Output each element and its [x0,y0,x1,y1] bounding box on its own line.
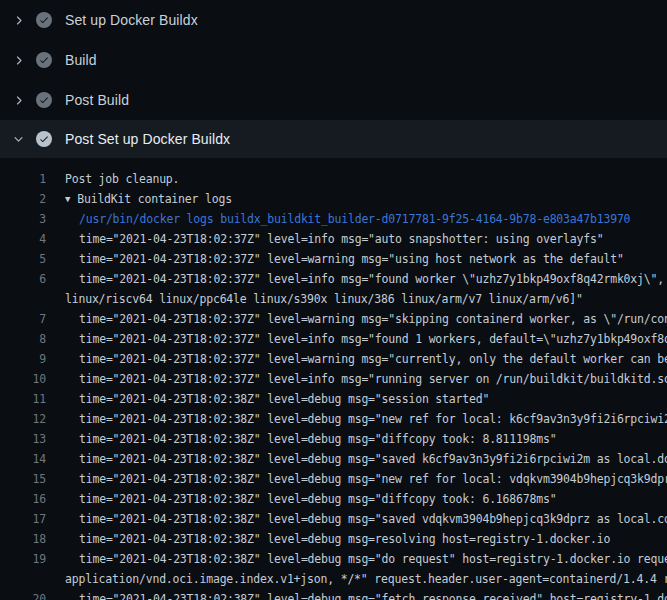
log-line: 14 time="2021-04-23T18:02:38Z" level=deb… [0,449,667,469]
log-line: 16 time="2021-04-23T18:02:38Z" level=deb… [0,489,667,509]
log-line-text: time="2021-04-23T18:02:38Z" level=debug … [65,552,667,566]
log-line-text: time="2021-04-23T18:02:38Z" level=debug … [65,532,610,546]
log-line-text: time="2021-04-23T18:02:37Z" level=warnin… [65,252,624,266]
log-line-text: time="2021-04-23T18:02:37Z" level=info m… [65,332,667,346]
log-line-number[interactable]: 13 [0,432,46,446]
log-line: 7 time="2021-04-23T18:02:37Z" level=warn… [0,309,667,329]
log-line-number[interactable]: 12 [0,412,46,426]
log-line-number[interactable]: 18 [0,532,46,546]
log-group-header: 2 ▼BuildKit container logs [0,189,667,209]
log-line: 4 time="2021-04-23T18:02:37Z" level=info… [0,229,667,249]
check-circle-icon [36,12,52,28]
log-line-text: application/vnd.oci.image.index.v1+json,… [65,572,667,586]
log-line: 17 time="2021-04-23T18:02:38Z" level=deb… [0,509,667,529]
log-group-toggle-icon[interactable]: ▼ [65,194,70,204]
log-line-number[interactable]: 20 [0,592,46,600]
log-line-number[interactable]: 14 [0,452,46,466]
log-line: 8 time="2021-04-23T18:02:37Z" level=info… [0,329,667,349]
log-line: 10 time="2021-04-23T18:02:37Z" level=inf… [0,369,667,389]
log-line-text: time="2021-04-23T18:02:38Z" level=debug … [65,392,489,406]
log-line-text: /usr/bin/docker logs buildx_buildkit_bui… [65,212,630,226]
log-line-number[interactable]: 8 [0,332,46,346]
check-circle-icon [36,131,52,147]
log-line: 5 time="2021-04-23T18:02:37Z" level=warn… [0,249,667,269]
log-line-number[interactable]: 19 [0,552,46,566]
log-line-continuation: linux/riscv64 linux/ppc64le linux/s390x … [0,289,667,309]
step-label: Set up Docker Buildx [65,12,198,28]
log-line-text: time="2021-04-23T18:02:38Z" level=debug … [65,492,556,506]
log-line-text: linux/riscv64 linux/ppc64le linux/s390x … [65,292,583,306]
log-line: 11 time="2021-04-23T18:02:38Z" level=deb… [0,389,667,409]
log-line: 9 time="2021-04-23T18:02:37Z" level=warn… [0,349,667,369]
log-line-number[interactable]: 3 [0,212,46,226]
log-line-continuation: application/vnd.oci.image.index.v1+json,… [0,569,667,589]
log-line: 12 time="2021-04-23T18:02:38Z" level=deb… [0,409,667,429]
log-line-number[interactable]: 7 [0,312,46,326]
log-line-text: time="2021-04-23T18:02:38Z" level=debug … [65,592,667,600]
step-label: Post Set up Docker Buildx [65,131,230,147]
log-line: 19 time="2021-04-23T18:02:38Z" level=deb… [0,549,667,569]
log-line-text: time="2021-04-23T18:02:38Z" level=debug … [65,472,667,486]
log-line-number[interactable]: 17 [0,512,46,526]
log-line-number[interactable]: 1 [0,172,46,186]
log-line-number[interactable]: 9 [0,352,46,366]
log-line-text: time="2021-04-23T18:02:37Z" level=warnin… [65,312,667,326]
log-group-title[interactable]: BuildKit container logs [77,192,232,206]
log-line-number[interactable]: 11 [0,392,46,406]
log-line: 13 time="2021-04-23T18:02:38Z" level=deb… [0,429,667,449]
chevron-right-icon [10,92,26,108]
chevron-right-icon [10,12,26,28]
log-line-number[interactable]: 15 [0,472,46,486]
log-line-number[interactable]: 16 [0,492,46,506]
check-circle-icon [36,52,52,68]
step-row[interactable]: Post Set up Docker Buildx [0,120,667,158]
step-label: Build [65,52,97,68]
log-line-text: time="2021-04-23T18:02:38Z" level=debug … [65,432,556,446]
log-line: 20 time="2021-04-23T18:02:38Z" level=deb… [0,589,667,600]
log-line-text: time="2021-04-23T18:02:38Z" level=debug … [65,452,667,466]
log-line-text: time="2021-04-23T18:02:38Z" level=debug … [65,412,667,426]
check-circle-icon [36,92,52,108]
job-log-panel: Set up Docker Buildx Build Post Build [0,0,667,600]
step-list: Set up Docker Buildx Build Post Build [0,0,667,158]
log-line: 15 time="2021-04-23T18:02:38Z" level=deb… [0,469,667,489]
log-line-text: time="2021-04-23T18:02:37Z" level=info m… [65,372,667,386]
log-line: 1 Post job cleanup. [0,169,667,189]
log-line-number[interactable]: 5 [0,252,46,266]
log-output: 1 Post job cleanup. 2 ▼BuildKit containe… [0,158,667,600]
log-line: 18 time="2021-04-23T18:02:38Z" level=deb… [0,529,667,549]
log-line-text: time="2021-04-23T18:02:37Z" level=warnin… [65,352,667,366]
log-line-number[interactable]: 4 [0,232,46,246]
log-line-text: time="2021-04-23T18:02:37Z" level=info m… [65,232,603,246]
log-line-text: Post job cleanup. [65,172,179,186]
log-line-text: ▼BuildKit container logs [65,192,232,206]
step-row[interactable]: Build [0,40,667,80]
step-row[interactable]: Set up Docker Buildx [0,0,667,40]
chevron-right-icon [10,52,26,68]
step-row[interactable]: Post Build [0,80,667,120]
log-line-number[interactable]: 6 [0,272,46,286]
log-line-text: time="2021-04-23T18:02:37Z" level=info m… [65,272,667,286]
chevron-down-icon [10,131,26,147]
step-label: Post Build [65,92,129,108]
log-line-number[interactable]: 10 [0,372,46,386]
log-line-text: time="2021-04-23T18:02:38Z" level=debug … [65,512,667,526]
log-line-number[interactable]: 2 [0,192,46,206]
log-line: 6 time="2021-04-23T18:02:37Z" level=info… [0,269,667,289]
log-command-line: 3 /usr/bin/docker logs buildx_buildkit_b… [0,209,667,229]
